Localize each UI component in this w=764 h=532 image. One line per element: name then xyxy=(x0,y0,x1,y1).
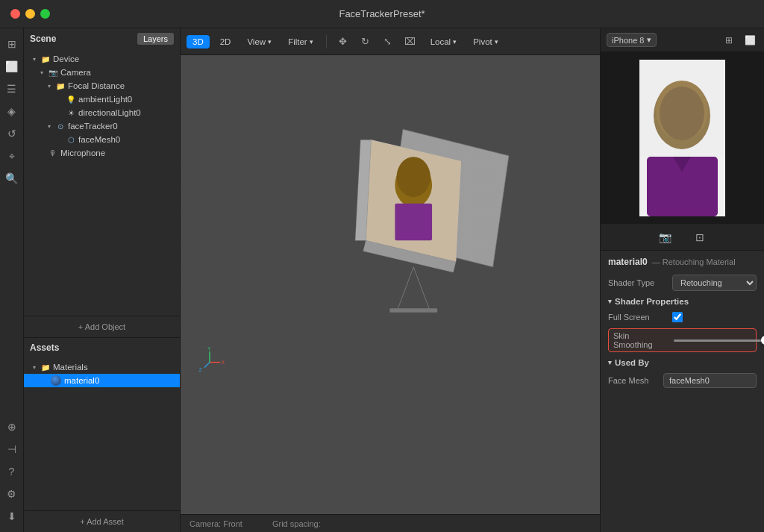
right-panel: iPhone 8 ▾ ⊞ ⬜ xyxy=(600,28,764,532)
asset-item-material0[interactable]: ▸ material0 xyxy=(24,374,180,387)
tree-item-facemesh[interactable]: ▸ ⬡ faceMesh0 xyxy=(24,133,180,146)
camera-status: Camera: Front xyxy=(190,519,242,528)
scale-tool[interactable]: ⤡ xyxy=(378,32,398,51)
snap-tool[interactable]: ⌧ xyxy=(401,32,420,51)
view-dropdown[interactable]: View xyxy=(241,35,278,48)
tree-item-ambient[interactable]: ▸ 💡 ambientLight0 xyxy=(24,93,180,106)
assets-content: ▾ 📁 Materials ▸ material0 xyxy=(24,357,180,510)
skin-smoothing-row: Skin Smoothing 100 % xyxy=(608,328,757,352)
tree-label-microphone: Microphone xyxy=(60,148,105,157)
device-select[interactable]: iPhone 8 ▾ xyxy=(607,33,657,47)
tree-item-camera[interactable]: ▾ 📷 Camera xyxy=(24,66,180,79)
tree-item-directional[interactable]: ▸ ☀ directionalLight0 xyxy=(24,106,180,119)
titlebar: FaceTrackerPreset* xyxy=(0,0,764,28)
close-button[interactable] xyxy=(10,9,20,19)
local-dropdown[interactable]: Local xyxy=(425,35,463,48)
scene-section: Scene Layers ▾ 📁 Device ▾ 📷 xyxy=(24,28,180,338)
shader-type-row: Shader Type Retouching xyxy=(608,275,757,291)
tree-label-focal: Focal Distance xyxy=(68,81,125,90)
add-asset-button[interactable]: + Add Asset xyxy=(24,510,180,532)
tracker-icon: ⊙ xyxy=(55,121,66,131)
viewport-canvas[interactable]: X Y Z xyxy=(181,55,600,514)
preview-icon-2[interactable]: ⬜ xyxy=(742,32,758,48)
rotate-tool[interactable]: ↻ xyxy=(356,32,375,51)
minimize-button[interactable] xyxy=(25,9,35,19)
tree-item-facetracker[interactable]: ▾ ⊙ faceTracker0 xyxy=(24,119,180,133)
folder-icon-device: 📁 xyxy=(40,54,51,64)
used-by-arrow: ▾ xyxy=(608,359,612,366)
camera-preview-btn[interactable]: 📷 xyxy=(656,228,675,247)
expand-arrow-focal: ▾ xyxy=(45,81,54,90)
ambient-icon: 💡 xyxy=(66,94,76,104)
asset-label-material0: material0 xyxy=(64,376,99,385)
main-layout: ⊞ ⬜ ☰ ◈ ↺ ⌖ 🔍 ⊕ ⊣ ? ⚙ ⬇ Scene Layers xyxy=(0,28,764,532)
icon-help[interactable]: ? xyxy=(2,462,22,481)
face-preview-svg xyxy=(639,60,725,216)
svg-rect-7 xyxy=(395,204,432,241)
mesh-icon: ⬡ xyxy=(66,134,76,145)
preview-icon-1[interactable]: ⊞ xyxy=(721,32,737,48)
tree-item-microphone[interactable]: ▸ 🎙 Microphone xyxy=(24,146,180,160)
face-mesh-value: faceMesh0 xyxy=(663,373,757,388)
scene-title: Scene xyxy=(30,34,56,44)
tree-item-focal[interactable]: ▾ 📁 Focal Distance xyxy=(24,79,180,93)
asset-item-materials-folder[interactable]: ▾ 📁 Materials xyxy=(24,360,180,374)
assets-section: Assets ▾ 📁 Materials ▸ material0 xyxy=(24,338,180,532)
svg-text:Y: Y xyxy=(207,346,211,351)
tree-label-directional: directionalLight0 xyxy=(78,108,141,117)
shader-type-select[interactable]: Retouching xyxy=(672,275,757,291)
svg-rect-12 xyxy=(389,308,437,313)
shader-props-section[interactable]: ▾ Shader Properties xyxy=(608,297,757,306)
skin-smoothing-slider[interactable] xyxy=(674,339,764,342)
tree-label-facemesh: faceMesh0 xyxy=(78,135,120,144)
svg-rect-25 xyxy=(639,60,725,157)
tree-label-camera: Camera xyxy=(60,68,91,77)
grid-status: Grid spacing: xyxy=(272,519,321,528)
mode-2d-button[interactable]: 2D xyxy=(214,35,237,48)
scene-header: Scene Layers xyxy=(24,28,180,49)
used-by-section-header[interactable]: ▾ Used By xyxy=(608,358,757,367)
toolbar-separator-1 xyxy=(326,35,327,48)
maximize-button[interactable] xyxy=(40,9,50,19)
device-label: iPhone 8 xyxy=(612,36,644,45)
layers-tab[interactable]: Layers xyxy=(137,33,174,45)
icon-pivot[interactable]: ⌖ xyxy=(2,146,22,166)
used-by-label: Used By xyxy=(615,358,649,367)
move-tool[interactable]: ✥ xyxy=(334,32,353,51)
mode-3d-button[interactable]: 3D xyxy=(187,35,210,48)
filter-dropdown[interactable]: Filter xyxy=(282,35,319,48)
icon-scene[interactable]: ⬜ xyxy=(2,57,22,76)
window-controls[interactable] xyxy=(10,9,50,19)
icon-history[interactable]: ↺ xyxy=(2,124,22,143)
tree-label-ambient: ambientLight0 xyxy=(78,95,132,104)
icon-add-bottom[interactable]: ⊕ xyxy=(2,417,22,436)
icon-settings[interactable]: ⚙ xyxy=(2,484,22,504)
icon-layers[interactable]: ⊞ xyxy=(2,34,22,54)
add-object-button[interactable]: + Add Object xyxy=(24,316,180,337)
transform-tools: ✥ ↻ ⤡ ⌧ xyxy=(334,32,420,51)
expand-arrow-facetracker: ▾ xyxy=(45,122,54,131)
icon-search[interactable]: 🔍 xyxy=(2,169,22,188)
pivot-dropdown[interactable]: Pivot xyxy=(467,35,504,48)
left-iconbar: ⊞ ⬜ ☰ ◈ ↺ ⌖ 🔍 ⊕ ⊣ ? ⚙ ⬇ xyxy=(0,28,24,532)
folder-icon-focal: 📁 xyxy=(55,81,66,91)
expand-arrow-materials: ▾ xyxy=(30,363,39,372)
full-screen-checkbox[interactable] xyxy=(672,312,683,322)
assets-header: Assets xyxy=(24,338,180,357)
folder-icon-materials: 📁 xyxy=(40,362,51,372)
icon-assets[interactable]: ☰ xyxy=(2,79,22,98)
icon-effects[interactable]: ◈ xyxy=(2,101,22,121)
tree-item-device[interactable]: ▾ 📁 Device xyxy=(24,52,180,66)
microphone-icon: 🎙 xyxy=(48,148,58,158)
preview-controls: 📷 ⊡ xyxy=(601,224,764,251)
icon-import[interactable]: ⊣ xyxy=(2,439,22,459)
record-preview-btn[interactable]: ⊡ xyxy=(690,228,710,247)
shader-type-label: Shader Type xyxy=(608,278,668,287)
icon-download[interactable]: ⬇ xyxy=(2,507,22,526)
preview-bar: iPhone 8 ▾ ⊞ ⬜ xyxy=(601,28,764,52)
left-panel: Scene Layers ▾ 📁 Device ▾ 📷 xyxy=(24,28,181,532)
scene-tree: ▾ 📁 Device ▾ 📷 Camera ▾ 📁 Focal Distance xyxy=(24,49,180,316)
full-screen-label: Full Screen xyxy=(608,313,668,322)
viewport-toolbar: 3D 2D View Filter ✥ ↻ ⤡ ⌧ Local Pivot xyxy=(181,28,600,55)
tree-label-facetracker: faceTracker0 xyxy=(68,122,118,131)
